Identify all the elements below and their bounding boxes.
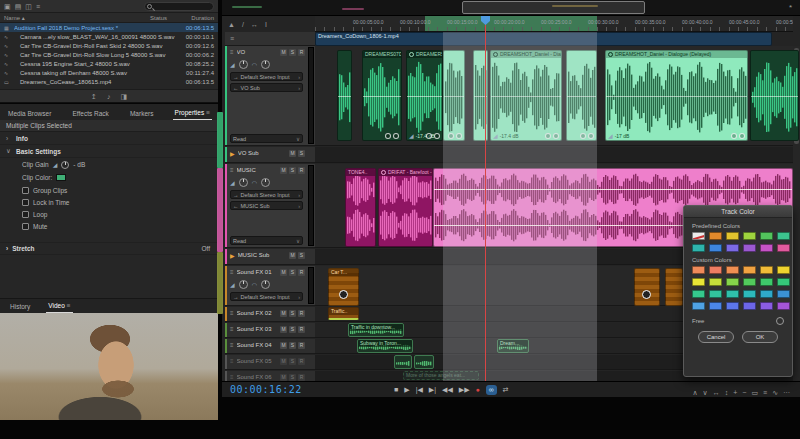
track-name[interactable]: VO	[237, 49, 277, 55]
solo-button[interactable]: S	[289, 374, 296, 381]
solo-button[interactable]: S	[298, 252, 305, 259]
mute-preview-icon[interactable]: ◨	[120, 90, 127, 103]
color-swatch[interactable]	[709, 290, 722, 298]
stop-button[interactable]: ■	[394, 385, 398, 395]
clip-header[interactable]: Dream...	[498, 340, 528, 347]
output-selector[interactable]: ← MUSIC Sub ›	[230, 201, 303, 210]
collapse-icon[interactable]: ›	[6, 135, 12, 142]
color-swatch[interactable]	[777, 302, 790, 310]
timeline-ruler[interactable]: 00:00:05:00.0 00:00:10:00.0 00:00:15:00.…	[315, 16, 793, 32]
zoom-out-icon[interactable]: −	[742, 386, 746, 399]
fx-badge-icon[interactable]	[608, 52, 613, 57]
clip-header[interactable]: TONE4..	[346, 169, 375, 176]
track-name[interactable]: Sound FX 04	[237, 342, 277, 348]
clip-header[interactable]: DREAMSHOT_Daniel - Dialogue	[491, 51, 561, 58]
track-color-stripe[interactable]	[225, 307, 227, 321]
track-name[interactable]: MUSIC Sub	[238, 252, 286, 258]
slip-tool-icon[interactable]: ↔	[251, 18, 258, 31]
clip-corner-controls[interactable]	[385, 133, 399, 139]
fast-forward-button[interactable]: ▶▶	[459, 385, 470, 395]
pan-knob[interactable]	[261, 60, 270, 69]
track-name[interactable]: Sound FX 01	[237, 269, 277, 275]
audio-clip[interactable]: Traffic in downtow...	[348, 323, 404, 337]
color-swatch[interactable]	[760, 232, 773, 240]
color-swatch[interactable]	[777, 244, 790, 252]
color-swatch[interactable]	[760, 302, 773, 310]
color-swatch[interactable]	[709, 266, 722, 274]
audio-clip[interactable]	[566, 50, 597, 141]
color-swatch[interactable]	[692, 232, 705, 240]
volume-knob[interactable]	[239, 280, 248, 289]
checkbox[interactable]	[22, 211, 29, 218]
track-color-stripe[interactable]	[225, 339, 227, 353]
clip-gain-knob[interactable]	[339, 290, 348, 299]
ok-button[interactable]: OK	[742, 331, 778, 343]
solo-button[interactable]: S	[289, 342, 296, 349]
audio-clip[interactable]: More of those angels eat...	[403, 371, 479, 380]
clip-corner-controls[interactable]	[426, 133, 440, 139]
clip-corner-controls[interactable]	[731, 133, 745, 139]
rewind-button[interactable]: ◀◀	[442, 385, 453, 395]
reset-color-icon[interactable]	[776, 317, 784, 325]
gain-handle-icon[interactable]	[588, 133, 594, 139]
solo-button[interactable]: S	[289, 310, 296, 317]
tab-menu-icon[interactable]: ≡	[67, 302, 71, 309]
audio-clip[interactable]: TONE4..	[345, 168, 376, 247]
track-name[interactable]: Sound FX 06	[237, 374, 277, 380]
checkbox[interactable]	[22, 223, 29, 230]
MUSIC[interactable]: ≡ MUSIC M S R ◢ ◠ → Default Stereo Input…	[225, 164, 315, 248]
open-file-icon[interactable]: ▤	[15, 0, 22, 13]
clip-corner-controls[interactable]	[545, 133, 559, 139]
color-swatch[interactable]	[726, 244, 739, 252]
input-selector[interactable]: → Default Stereo Input ›	[230, 292, 303, 301]
input-selector[interactable]: → Default Stereo Input ›	[230, 72, 303, 81]
track-color-stripe[interactable]	[225, 355, 227, 369]
skip-forward-button[interactable]: ▶|	[429, 385, 436, 395]
gain-handle-icon[interactable]	[456, 133, 462, 139]
expand-icon[interactable]: ∨	[6, 147, 12, 155]
VO Sub[interactable]	[315, 147, 793, 163]
checkbox[interactable]	[22, 199, 29, 206]
VO[interactable]: ≡ VO M S R ◢ ◠ → Default Stereo Input › …	[225, 46, 315, 146]
fade-handle-icon[interactable]	[731, 133, 737, 139]
color-swatch[interactable]	[692, 244, 705, 252]
checkbox-row[interactable]: Lock in Time	[0, 196, 218, 208]
input-selector[interactable]: → Default Stereo Input ›	[230, 190, 303, 199]
panel-tab[interactable]: Media Browser	[6, 108, 53, 120]
color-swatch[interactable]	[760, 290, 773, 298]
column-status[interactable]: Status	[150, 15, 178, 21]
track-color-stripe[interactable]	[225, 147, 227, 162]
color-swatch[interactable]	[709, 244, 722, 252]
list-view-icon[interactable]: ≡	[36, 0, 40, 13]
track-menu-icon[interactable]: ≡	[230, 167, 234, 173]
color-swatch[interactable]	[777, 278, 790, 286]
track-color-stripe[interactable]	[225, 323, 227, 337]
track-color-stripe[interactable]	[225, 46, 227, 145]
track-color-stripe[interactable]	[225, 371, 227, 381]
video-track-header[interactable]: ≡	[225, 32, 315, 46]
zoom-vertical-icon[interactable]: ↕	[725, 386, 729, 399]
color-swatch[interactable]	[743, 278, 756, 286]
track-color-stripe[interactable]	[225, 164, 227, 247]
time-selection-tool-icon[interactable]: I	[265, 18, 267, 31]
more-options-icon[interactable]: ⋯	[783, 386, 790, 399]
Car Tire CB-Gravel Dirt-Roll Fast Skid 2 48000 S.wav[interactable]: ∿ Car Tire CB-Gravel Dirt-Roll Fast Skid…	[0, 41, 218, 50]
waveform-view-icon[interactable]: ∿	[772, 386, 778, 399]
audio-clip[interactable]: DRIFAT - Barefoot - xDuoo [Music]	[378, 168, 433, 247]
solo-button[interactable]: S	[289, 358, 296, 365]
audio-clip[interactable]	[443, 50, 465, 141]
color-swatch[interactable]	[692, 290, 705, 298]
color-swatch[interactable]	[760, 244, 773, 252]
gain-handle-icon[interactable]	[434, 133, 440, 139]
color-swatch[interactable]	[726, 232, 739, 240]
Camara ...ely slow_BLAST_WAV_16_00091 48000 S.wav[interactable]: ∿ Camara ...ely slow_BLAST_WAV_16_00091 …	[0, 32, 218, 41]
new-file-icon[interactable]: ▣	[4, 0, 11, 13]
fx-badge-icon[interactable]	[381, 170, 386, 175]
color-swatch[interactable]	[692, 278, 705, 286]
clip-gain-readout[interactable]: ◢-17 dB	[608, 132, 629, 139]
gain-handle-icon[interactable]	[393, 133, 399, 139]
clip-corner-controls[interactable]	[448, 133, 462, 139]
track-color-stripe[interactable]	[225, 266, 227, 305]
Sound FX 02[interactable]: ≡ Sound FX 02 M S R	[225, 307, 315, 322]
color-swatch[interactable]	[743, 232, 756, 240]
